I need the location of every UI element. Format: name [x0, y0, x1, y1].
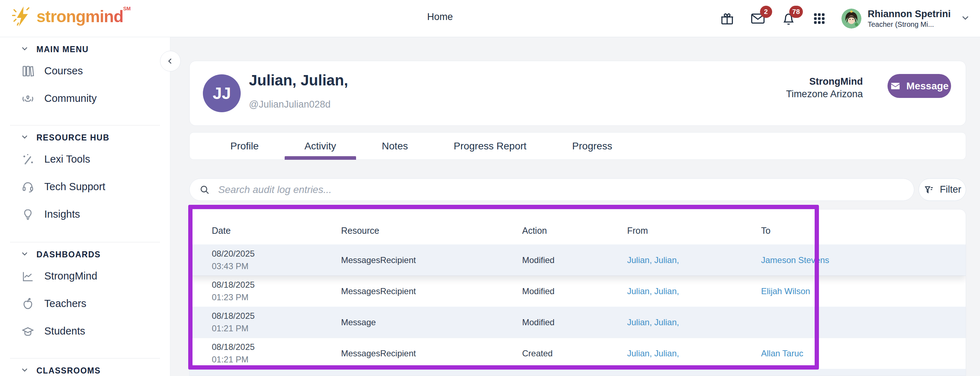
sidebar-collapse-button[interactable]	[160, 51, 181, 72]
chevron-down-icon[interactable]	[960, 13, 971, 25]
sidebar-item-students[interactable]: Students	[0, 317, 170, 345]
user-avatar	[842, 9, 861, 29]
sidebar-item-strongmind-dashboard[interactable]: StrongMind	[0, 262, 170, 290]
envelope-icon	[890, 81, 901, 91]
cell-date: 08/18/2025	[212, 341, 341, 354]
apps-menu-button[interactable]	[811, 10, 828, 27]
cell-time: 01:23 PM	[212, 291, 341, 304]
filter-button[interactable]: Filter	[919, 178, 966, 201]
headset-icon	[20, 179, 36, 195]
sidebar-section-dashboards[interactable]: DASHBOARDS	[0, 247, 170, 262]
apple-icon	[20, 296, 36, 312]
student-timezone: Timezone Arizona	[786, 88, 863, 100]
cell-time: 01:21 PM	[212, 322, 341, 335]
strongmind-logo[interactable]: strongmind SM	[11, 5, 131, 28]
column-header-date: Date	[212, 226, 341, 236]
lightbulb-icon	[20, 207, 36, 222]
student-handle: @JulianJulian028d	[249, 99, 331, 110]
cell-to-link[interactable]: Jameson Stevens	[761, 255, 954, 265]
books-icon	[20, 63, 36, 79]
cell-from-link[interactable]: Julian, Julian,	[627, 286, 761, 296]
cell-date: 08/20/2025	[212, 248, 341, 260]
chevron-down-icon	[20, 365, 29, 376]
cell-action: Created	[522, 349, 627, 358]
message-button[interactable]: Message	[888, 74, 951, 98]
user-role: Teacher (Strong Mi...	[868, 20, 951, 29]
cell-resource: MessagesRecipient	[341, 255, 522, 265]
student-avatar: JJ	[203, 74, 241, 112]
user-name: Rhiannon Spetrini	[868, 8, 951, 21]
table-row: 08/18/2025 01:21 PM MessagesRecipient Cr…	[189, 338, 966, 369]
cell-date: 08/18/2025	[212, 279, 341, 291]
student-name: Julian, Julian,	[249, 72, 348, 89]
profile-tabs: Profile Activity Notes Progress Report P…	[189, 132, 966, 160]
sidebar-item-community[interactable]: Community	[0, 85, 170, 112]
cell-time: 01:21 PM	[212, 354, 341, 366]
filter-funnel-icon	[924, 184, 935, 196]
tab-progress-report[interactable]: Progress Report	[453, 132, 527, 160]
chevron-down-icon	[20, 132, 29, 143]
chart-line-icon	[20, 268, 36, 284]
brand-sm-mark: SM	[123, 6, 131, 11]
graduation-cap-icon	[20, 323, 36, 339]
cell-date: 08/18/2025	[212, 310, 341, 322]
student-profile-card: JJ Julian, Julian, @JulianJulian028d Str…	[189, 61, 966, 126]
cell-from-link[interactable]: Julian, Julian,	[627, 349, 761, 358]
divider	[10, 125, 160, 126]
sidebar-item-courses[interactable]: Courses	[0, 57, 170, 85]
chevron-left-icon	[166, 56, 175, 66]
brand-wordmark: strongmind	[37, 5, 123, 28]
sidebar-section-main-menu[interactable]: MAIN MENU	[0, 41, 170, 57]
cell-action: Modified	[522, 317, 627, 327]
tab-notes[interactable]: Notes	[382, 132, 408, 160]
messages-count-badge: 2	[760, 6, 772, 18]
table-row: 08/18/2025 01:23 PM MessagesRecipient Mo…	[189, 276, 966, 307]
notifications-count-badge: 78	[789, 6, 802, 18]
notifications-button[interactable]: 78	[780, 10, 797, 27]
main-content: JJ Julian, Julian, @JulianJulian028d Str…	[170, 37, 980, 376]
column-header-from: From	[627, 226, 761, 236]
cell-to-link[interactable]: Elijah Wilson	[761, 286, 954, 296]
column-header-action: Action	[522, 226, 627, 236]
column-header-to: To	[761, 226, 954, 236]
column-header-resource: Resource	[341, 226, 522, 236]
gift-icon	[719, 11, 735, 26]
home-nav-link[interactable]: Home	[427, 11, 453, 22]
cell-to-link[interactable]: Allan Taruc	[761, 349, 954, 358]
table-row-partial	[189, 369, 966, 376]
cell-from-link[interactable]: Julian, Julian,	[627, 317, 761, 327]
grid-apps-icon	[811, 11, 827, 26]
cell-resource: MessagesRecipient	[341, 286, 522, 296]
hands-heart-icon	[20, 91, 36, 107]
sidebar-section-resource-hub[interactable]: RESOURCE HUB	[0, 130, 170, 145]
table-row: 08/20/2025 03:43 PM MessagesRecipient Mo…	[189, 244, 966, 276]
sidebar-item-lexi-tools[interactable]: Lexi Tools	[0, 145, 170, 173]
cell-action: Modified	[522, 286, 627, 296]
tab-profile[interactable]: Profile	[231, 132, 259, 160]
sidebar-section-classrooms[interactable]: CLASSROOMS	[0, 363, 170, 376]
tab-activity[interactable]: Activity	[304, 132, 336, 160]
sidebar-item-insights[interactable]: Insights	[0, 201, 170, 228]
magic-wand-icon	[20, 151, 36, 167]
cell-action: Modified	[522, 255, 627, 265]
top-header: strongmind SM Home 2 78	[0, 0, 980, 37]
user-menu[interactable]: Rhiannon Spetrini Teacher (Strong Mi...	[842, 8, 971, 29]
chevron-down-icon	[20, 249, 29, 260]
cell-resource: Message	[341, 317, 522, 327]
messages-button[interactable]: 2	[749, 10, 767, 27]
audit-log-search	[189, 178, 914, 201]
audit-log-table: Date Resource Action From To 08/20/2025 …	[189, 209, 966, 376]
gifts-button[interactable]	[719, 10, 736, 27]
divider	[10, 242, 160, 242]
table-header-row: Date Resource Action From To	[189, 209, 966, 244]
cell-from-link[interactable]: Julian, Julian,	[627, 255, 761, 265]
student-org: StrongMind	[786, 75, 863, 88]
search-input[interactable]	[210, 179, 914, 201]
sidebar-item-teachers[interactable]: Teachers	[0, 290, 170, 317]
table-row: 08/18/2025 01:21 PM Message Modified Jul…	[189, 307, 966, 338]
sidebar-item-tech-support[interactable]: Tech Support	[0, 173, 170, 201]
chevron-down-icon	[20, 44, 29, 55]
lightning-bolt-icon	[11, 5, 33, 28]
tab-progress[interactable]: Progress	[572, 132, 612, 160]
cell-resource: MessagesRecipient	[341, 349, 522, 358]
